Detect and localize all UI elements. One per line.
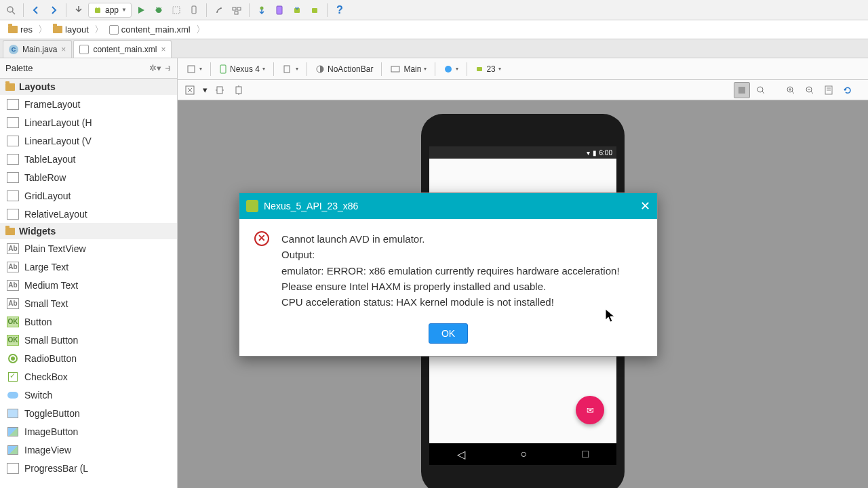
button-icon: OK — [7, 317, 19, 327]
close-icon[interactable]: ✕ — [640, 199, 650, 214]
svg-point-3 — [96, 7, 97, 8]
breadcrumb-separator: 〉 — [38, 24, 47, 36]
device-selector[interactable]: Nexus 4▾ — [215, 61, 269, 77]
palette-item[interactable]: ToggleButton — [0, 404, 177, 422]
theme-selector[interactable]: NoActionBar — [311, 61, 377, 77]
breadcrumb: res 〉 layout 〉 content_main.xml 〉 — [0, 20, 868, 39]
breadcrumb-item[interactable]: content_main.xml — [105, 23, 195, 36]
palette-item[interactable]: ProgressBar (L — [0, 459, 177, 477]
palette-group-layouts[interactable]: Layouts — [0, 79, 177, 95]
breadcrumb-item[interactable]: res — [4, 23, 37, 36]
image-icon — [7, 445, 19, 455]
svg-rect-14 — [233, 7, 236, 10]
svg-rect-16 — [235, 12, 238, 14]
palette-item[interactable]: AbPlain TextView — [0, 239, 177, 258]
palette-item[interactable]: CheckBox — [0, 367, 177, 386]
debug-icon[interactable] — [151, 2, 167, 18]
zoom-actual-button[interactable] — [753, 82, 769, 98]
editor-tab-main-java[interactable]: C Main.java × — [3, 40, 72, 58]
dialog-titlebar[interactable]: Nexus_5_API_23_x86 ✕ — [239, 193, 657, 219]
palette-item[interactable]: ImageButton — [0, 422, 177, 441]
search-icon[interactable] — [3, 2, 19, 18]
layout-icon — [7, 190, 19, 201]
switch-icon — [7, 390, 19, 401]
viewport-button[interactable] — [182, 82, 198, 98]
svg-line-1 — [12, 12, 15, 14]
svg-rect-25 — [391, 66, 399, 72]
layout-icon — [7, 154, 19, 165]
palette-item[interactable]: FrameLayout — [0, 95, 177, 113]
settings-icon[interactable] — [211, 2, 227, 18]
palette-panel: Palette ✲▾ ⥽ Layouts FrameLayout LinearL… — [0, 58, 178, 488]
editor-tab-content-main[interactable]: content_main.xml × — [73, 40, 172, 58]
run-config-dropdown[interactable]: app ▼ — [88, 3, 132, 18]
fab-button[interactable]: ✉ — [576, 396, 604, 424]
svg-rect-20 — [312, 8, 317, 13]
make-icon[interactable] — [71, 2, 87, 18]
palette-item[interactable]: TableLayout — [0, 150, 177, 168]
project-structure-icon[interactable] — [229, 2, 245, 18]
back-icon: ◁ — [457, 448, 465, 461]
palette-item[interactable]: AbSmall Text — [0, 294, 177, 312]
palette-item[interactable]: RadioButton — [0, 349, 177, 367]
palette-item[interactable]: Switch — [0, 386, 177, 404]
chevron-down-icon[interactable]: ▾ — [201, 82, 209, 98]
attach-debugger-icon[interactable] — [186, 2, 202, 18]
back-icon[interactable] — [28, 2, 44, 18]
design-view-button[interactable] — [734, 82, 750, 98]
palette-item[interactable]: RelativeLayout — [0, 205, 177, 223]
orientation-button[interactable]: ▾ — [278, 61, 302, 77]
locale-selector[interactable]: ▾ — [439, 61, 462, 77]
main-toolbar: app ▼ ? — [0, 0, 868, 20]
zoom-in-button[interactable] — [783, 82, 799, 98]
android-icon — [246, 200, 258, 212]
palette-item[interactable]: LinearLayout (H — [0, 113, 177, 131]
palette-item[interactable]: OKButton — [0, 312, 177, 331]
sync-gradle-icon[interactable] — [254, 2, 270, 18]
layout-variant-button[interactable]: ▾ — [182, 61, 206, 77]
breadcrumb-item[interactable]: layout — [49, 23, 93, 36]
ok-button[interactable]: OK — [429, 323, 468, 344]
design-config-toolbar: ▾ Nexus 4▾ ▾ NoActionBar Main▾ ▾ 23▾ — [178, 58, 868, 80]
svg-line-33 — [762, 92, 764, 94]
android-monitor-icon[interactable] — [307, 2, 323, 18]
avd-manager-icon[interactable] — [271, 2, 288, 18]
svg-line-39 — [811, 92, 813, 94]
height-mode-button[interactable] — [231, 82, 247, 98]
breadcrumb-separator: 〉 — [196, 24, 205, 36]
palette-group-widgets[interactable]: Widgets — [0, 223, 177, 239]
refresh-icon[interactable] — [840, 82, 856, 98]
width-mode-button[interactable] — [212, 82, 228, 98]
palette-item[interactable]: ImageView — [0, 441, 177, 459]
svg-point-4 — [98, 7, 100, 8]
close-icon[interactable]: × — [61, 45, 66, 54]
activity-selector[interactable]: Main▾ — [386, 61, 431, 77]
java-file-icon: C — [9, 45, 18, 54]
palette-item[interactable]: AbLarge Text — [0, 258, 177, 276]
progress-icon — [7, 463, 19, 474]
blueprint-button[interactable] — [821, 82, 837, 98]
hide-icon[interactable]: ⥽ — [164, 63, 172, 73]
palette-item[interactable]: TableRow — [0, 168, 177, 186]
api-selector[interactable]: 23▾ — [471, 61, 505, 77]
palette-item[interactable]: OKSmall Button — [0, 331, 177, 349]
folder-icon — [53, 26, 62, 33]
editor-tabs: C Main.java × content_main.xml × — [0, 39, 868, 58]
forward-icon[interactable] — [45, 2, 62, 18]
svg-rect-10 — [173, 7, 180, 14]
palette-item[interactable]: LinearLayout (V — [0, 131, 177, 150]
help-icon[interactable]: ? — [332, 2, 348, 18]
layout-icon — [7, 99, 19, 110]
palette-item[interactable]: AbMedium Text — [0, 276, 177, 294]
profile-icon[interactable] — [168, 2, 184, 18]
text-icon: Ab — [7, 243, 19, 254]
run-icon[interactable] — [133, 2, 149, 18]
sdk-manager-icon[interactable] — [289, 2, 305, 18]
close-icon[interactable]: × — [161, 45, 165, 54]
palette-item[interactable]: GridLayout — [0, 186, 177, 205]
gear-icon[interactable]: ✲▾ — [149, 63, 161, 73]
svg-rect-15 — [237, 7, 241, 10]
dialog-message: Cannot launch AVD in emulator. Output: e… — [281, 231, 620, 310]
zoom-out-button[interactable] — [802, 82, 818, 98]
recent-icon: □ — [583, 448, 589, 460]
